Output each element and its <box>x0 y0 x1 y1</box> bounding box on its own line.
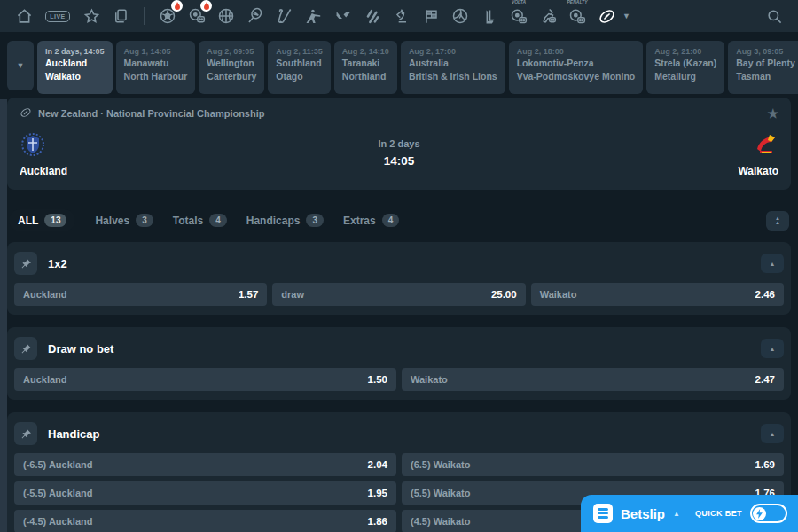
odds-button-draw[interactable]: draw 25.00 <box>272 283 525 306</box>
chess-icon[interactable] <box>390 4 413 27</box>
racing-flag-icon[interactable] <box>419 4 442 27</box>
tab-label: Totals <box>173 215 203 227</box>
waikato-logo <box>752 131 778 158</box>
match-tab-team1: Taranaki <box>342 57 389 69</box>
match-tab-bay-of-plenty-tasman[interactable]: Aug 3, 09:05 Bay of Plenty Tasman <box>728 41 798 94</box>
kickoff-time: 14:05 <box>161 154 637 168</box>
search-icon[interactable] <box>763 4 786 27</box>
pin-market-button[interactable] <box>14 337 37 360</box>
collapse-section-button[interactable]: ▲ <box>761 254 784 273</box>
odds-value: 1.57 <box>239 289 258 300</box>
kickoff-relative: In 2 days <box>161 138 637 149</box>
match-tab-southland-otago[interactable]: Aug 2, 11:35 Southland Otago <box>268 41 331 94</box>
match-tabs-dropdown-button[interactable]: ▼ <box>7 41 34 90</box>
favorites-star-icon[interactable] <box>80 4 103 27</box>
odds-label: (-6.5) Auckland <box>23 459 92 470</box>
quick-bet-toggle[interactable] <box>750 504 787 523</box>
table-hockey-icon[interactable] <box>273 4 296 27</box>
sports-dropdown-caret-icon[interactable]: ▼ <box>622 12 630 20</box>
odds-label: Waikato <box>411 374 448 385</box>
odds-button-handicap-waikato[interactable]: (6.5) Waikato 1.69 <box>402 453 784 476</box>
match-tabs-strip: ▼ In 2 days, 14:05 Auckland Waikato Aug … <box>0 32 798 94</box>
tab-halves[interactable]: Halves 3 <box>95 214 153 227</box>
horse-racing-icon[interactable] <box>536 4 559 27</box>
match-tab-lokomotiv-vva[interactable]: Aug 2, 18:00 Lokomotiv-Penza Vva-Podmosk… <box>509 41 644 94</box>
results-icon[interactable] <box>109 4 132 27</box>
odds-button-handicap-auckland[interactable]: (-5.5) Auckland 1.95 <box>14 481 396 505</box>
home-icon[interactable] <box>12 4 35 27</box>
betslip-bar[interactable]: Betslip ▲ QUICK BET <box>581 495 798 532</box>
volta-football-icon[interactable]: VOLTA <box>507 4 530 27</box>
chevron-down-icon: ▼ <box>17 61 25 70</box>
tab-count-badge: 3 <box>136 214 153 227</box>
efootball-icon[interactable] <box>185 4 208 27</box>
odds-button-waikato[interactable]: Waikato 2.46 <box>531 283 784 306</box>
match-tab-auckland-waikato[interactable]: In 2 days, 14:05 Auckland Waikato <box>37 41 113 94</box>
odds-value: 2.46 <box>755 289 775 300</box>
pin-market-button[interactable] <box>14 252 37 275</box>
match-tab-wellington-canterbury[interactable]: Aug 2, 09:05 Wellington Canterbury <box>199 41 264 94</box>
basketball-icon[interactable] <box>215 4 238 27</box>
double-chevron-up-icon: ▲▲ <box>775 215 780 225</box>
match-tab-time: Aug 2, 09:05 <box>207 47 256 56</box>
penalty-label: PENALTY <box>567 0 588 4</box>
odds-label: (6.5) Waikato <box>411 459 470 470</box>
tab-handicaps[interactable]: Handicaps 3 <box>246 214 324 227</box>
match-tab-strela-metallurg[interactable]: Aug 2, 21:00 Strela (Kazan) Metallurg <box>646 41 724 94</box>
match-tab-australia-lions[interactable]: Aug 2, 17:00 Australia British & Irish L… <box>401 41 505 94</box>
tab-label: Extras <box>343 215 376 227</box>
tab-count-badge: 13 <box>44 214 66 227</box>
pushpin-icon <box>20 343 32 355</box>
tab-count-badge: 3 <box>306 214 324 227</box>
collapse-section-button[interactable]: ▲ <box>761 339 784 358</box>
match-tab-taranaki-northland[interactable]: Aug 2, 14:10 Taranaki Northland <box>334 41 397 94</box>
quick-bet-label: QUICK BET <box>695 509 742 518</box>
tennis-icon[interactable] <box>244 4 267 27</box>
tab-totals[interactable]: Totals 4 <box>173 214 227 227</box>
match-tab-manawatu-north-harbour[interactable]: Aug 1, 14:05 Manawatu North Harbour <box>116 41 196 94</box>
odds-label: Auckland <box>23 289 67 300</box>
nav-divider <box>144 7 145 25</box>
rugby-icon[interactable] <box>595 4 618 27</box>
penalty-icon[interactable]: PENALTY <box>566 4 589 27</box>
odds-button-auckland[interactable]: Auckland 1.57 <box>14 283 267 306</box>
odds-button-auckland[interactable]: Auckland 1.50 <box>14 368 396 391</box>
football-icon[interactable] <box>156 4 179 27</box>
market-title: Handicap <box>48 427 100 441</box>
favorite-match-star-icon[interactable]: ★ <box>767 106 778 121</box>
betslip-list-icon <box>593 504 613 523</box>
match-tab-time: Aug 2, 14:10 <box>342 47 389 56</box>
tab-count-badge: 4 <box>209 214 227 227</box>
match-tab-team2: Vva-Podmoskovye Monino <box>517 70 636 82</box>
away-team-block: Waikato <box>637 131 778 177</box>
odds-button-handicap-auckland[interactable]: (-6.5) Auckland 2.04 <box>14 453 396 476</box>
tab-count-badge: 4 <box>382 214 400 227</box>
match-tab-time: Aug 2, 18:00 <box>517 47 636 56</box>
pin-market-button[interactable] <box>14 422 37 445</box>
tab-extras[interactable]: Extras 4 <box>343 214 399 227</box>
odds-label: Waikato <box>540 289 577 300</box>
tab-all-markets[interactable]: ALL 13 <box>9 209 75 231</box>
kickoff-block: In 2 days 14:05 <box>161 131 637 168</box>
collapse-all-markets-button[interactable]: ▲▲ <box>766 211 789 231</box>
match-tab-team1: Strela (Kazan) <box>654 57 716 69</box>
odds-label: Auckland <box>23 374 67 385</box>
market-title: 1x2 <box>48 257 67 270</box>
live-icon[interactable]: LIVE <box>42 4 74 27</box>
rugby-ball-icon <box>20 106 32 121</box>
odds-value: 1.69 <box>755 459 775 470</box>
match-tab-team2: Northland <box>342 70 389 82</box>
market-section-draw-no-bet: Draw no bet ▲ Auckland 1.50 Waikato 2.47 <box>7 327 791 400</box>
betslip-expand-caret-icon[interactable]: ▲ <box>673 510 680 518</box>
betslip-title: Betslip <box>621 506 665 521</box>
odds-button-handicap-auckland[interactable]: (-4.5) Auckland 1.86 <box>14 510 396 532</box>
volleyball-icon[interactable] <box>449 4 472 27</box>
rainbow-six-icon[interactable] <box>361 4 384 27</box>
odds-button-waikato[interactable]: Waikato 2.47 <box>402 368 784 391</box>
collapse-section-button[interactable]: ▲ <box>761 424 784 443</box>
hot-flame-badge <box>171 0 183 12</box>
top-navigation: LIVE <box>0 0 798 32</box>
valorant-icon[interactable] <box>332 4 355 27</box>
counter-strike-icon[interactable] <box>302 4 325 27</box>
league-of-legends-icon[interactable] <box>478 4 501 27</box>
